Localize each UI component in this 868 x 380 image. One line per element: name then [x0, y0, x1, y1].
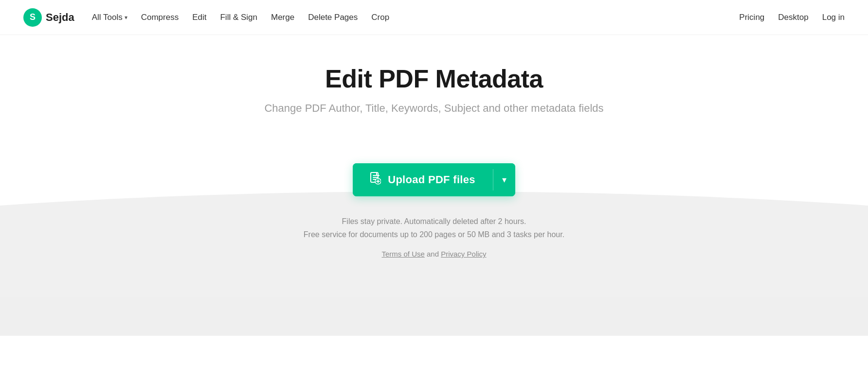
terms-and: and [427, 250, 441, 258]
upload-button[interactable]: Upload PDF files [353, 163, 493, 196]
privacy-line2: Free service for documents up to 200 pag… [304, 230, 564, 239]
nav-item-all-tools[interactable]: All Tools ▾ [92, 13, 127, 22]
upload-button-label: Upload PDF files [388, 173, 475, 186]
bottom-fill [0, 297, 868, 336]
logo-icon: S [23, 8, 42, 27]
pdf-icon [370, 172, 381, 188]
upload-button-wrapper[interactable]: Upload PDF files ▾ [353, 163, 515, 196]
curved-section: Upload PDF files ▾ Files stay private. A… [0, 105, 868, 297]
hero-section: Edit PDF Metadata Change PDF Author, Tit… [0, 35, 868, 115]
upload-dropdown-button[interactable]: ▾ [493, 163, 515, 196]
nav-item-delete-pages[interactable]: Delete Pages [308, 13, 358, 22]
chevron-down-icon: ▾ [125, 14, 127, 21]
terms-of-use-link[interactable]: Terms of Use [381, 250, 424, 258]
logo[interactable]: S Sejda [23, 8, 74, 27]
header: S Sejda All Tools ▾ Compress Edit [0, 0, 868, 35]
nav-links: All Tools ▾ Compress Edit Fill & Sign Me… [92, 13, 389, 22]
upload-area: Upload PDF files ▾ Files stay private. A… [0, 105, 868, 297]
desktop-link[interactable]: Desktop [778, 13, 808, 22]
nav-item-edit[interactable]: Edit [192, 13, 206, 22]
logo-name: Sejda [46, 11, 74, 24]
nav-item-fill-sign[interactable]: Fill & Sign [220, 13, 257, 22]
nav-item-crop[interactable]: Crop [371, 13, 389, 22]
privacy-line1: Files stay private. Automatically delete… [342, 217, 526, 225]
nav-item-compress[interactable]: Compress [141, 13, 179, 22]
nav-item-merge[interactable]: Merge [271, 13, 294, 22]
all-tools-button[interactable]: All Tools ▾ [92, 13, 127, 22]
login-link[interactable]: Log in [822, 13, 845, 22]
privacy-text: Files stay private. Automatically delete… [304, 215, 564, 241]
page-title: Edit PDF Metadata [325, 64, 543, 93]
main-nav: All Tools ▾ Compress Edit Fill & Sign Me… [92, 13, 389, 22]
dropdown-arrow-icon: ▾ [502, 174, 506, 185]
main-content: Edit PDF Metadata Change PDF Author, Tit… [0, 35, 868, 336]
nav-right: Pricing Desktop Log in [739, 13, 845, 22]
nav-left: S Sejda All Tools ▾ Compress Edit [23, 8, 389, 27]
terms-line: Terms of Use and Privacy Policy [381, 250, 486, 258]
privacy-policy-link[interactable]: Privacy Policy [441, 250, 486, 258]
pricing-link[interactable]: Pricing [739, 13, 764, 22]
